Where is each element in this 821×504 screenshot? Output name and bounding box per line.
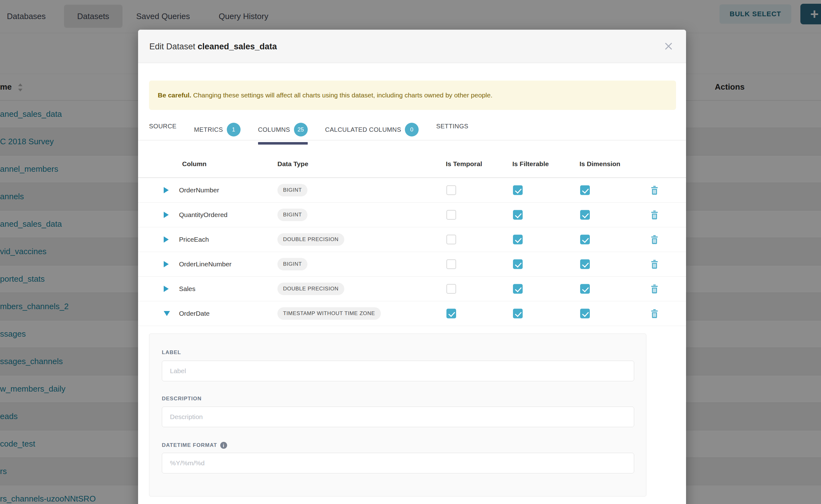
- expand-caret-icon[interactable]: [164, 212, 169, 218]
- is-temporal-checkbox[interactable]: [447, 284, 456, 294]
- is-temporal-checkbox[interactable]: [447, 259, 456, 269]
- is-dimension-checkbox[interactable]: [580, 210, 590, 220]
- is-filterable-checkbox[interactable]: [513, 259, 523, 269]
- tab-label: CALCULATED COLUMNS: [325, 126, 401, 133]
- column-name: QuantityOrdered: [179, 211, 227, 219]
- is-dimension-checkbox[interactable]: [580, 185, 590, 195]
- header-is-temporal: Is Temporal: [446, 160, 482, 168]
- warning-banner: Be careful. Changing these settings will…: [149, 81, 676, 110]
- tab-label: METRICS: [194, 126, 223, 133]
- column-row: OrderDate TIMESTAMP WITHOUT TIME ZONE: [138, 301, 686, 326]
- description-input[interactable]: [162, 407, 634, 427]
- column-name: PriceEach: [179, 236, 209, 243]
- data-type-pill: DOUBLE PRECISION: [277, 283, 344, 295]
- datetime-format-input[interactable]: [162, 453, 634, 473]
- tab-metrics[interactable]: METRICS 1: [194, 118, 240, 144]
- data-type-pill: TIMESTAMP WITHOUT TIME ZONE: [277, 307, 381, 320]
- is-temporal-checkbox[interactable]: [447, 210, 456, 220]
- delete-icon[interactable]: [650, 210, 659, 220]
- label-input[interactable]: [162, 361, 634, 381]
- tab-columns[interactable]: COLUMNS 25: [258, 118, 308, 144]
- app-window: Databases Datasets Saved Queries Query H…: [0, 0, 821, 504]
- expand-caret-icon[interactable]: [164, 261, 169, 267]
- column-name: OrderLineNumber: [179, 260, 231, 268]
- field-label-text: DATETIME FORMAT: [162, 442, 217, 448]
- delete-icon[interactable]: [650, 309, 659, 318]
- info-icon[interactable]: i: [220, 442, 227, 449]
- tab-label: SETTINGS: [436, 123, 468, 130]
- modal-title-dataset-name: cleaned_sales_data: [198, 42, 277, 51]
- is-dimension-checkbox[interactable]: [580, 284, 590, 294]
- delete-icon[interactable]: [650, 284, 659, 294]
- warning-text: Changing these settings will affect all …: [191, 91, 492, 99]
- header-column: Column: [182, 160, 206, 168]
- field-label-text: LABEL: [162, 349, 181, 356]
- column-row: OrderLineNumber BIGINT: [138, 252, 686, 277]
- is-filterable-checkbox[interactable]: [513, 309, 523, 319]
- columns-table-header: Column Data Type Is Temporal Is Filterab…: [138, 151, 686, 178]
- is-filterable-checkbox[interactable]: [513, 235, 523, 245]
- is-filterable-checkbox[interactable]: [513, 185, 523, 195]
- tab-calculated-columns[interactable]: CALCULATED COLUMNS 0: [325, 118, 419, 144]
- tab-settings[interactable]: SETTINGS: [436, 118, 468, 137]
- is-temporal-checkbox[interactable]: [447, 185, 456, 195]
- tab-source[interactable]: SOURCE: [149, 118, 176, 137]
- modal-header: Edit Dataset cleaned_sales_data: [138, 30, 686, 63]
- expand-caret-icon[interactable]: [164, 187, 169, 193]
- column-row: Sales DOUBLE PRECISION: [138, 277, 686, 301]
- delete-icon[interactable]: [650, 259, 659, 269]
- warning-bold-text: Be careful.: [158, 91, 191, 99]
- is-filterable-checkbox[interactable]: [513, 210, 523, 220]
- column-row: PriceEach DOUBLE PRECISION: [138, 227, 686, 252]
- close-icon[interactable]: [662, 40, 675, 53]
- collapse-caret-icon[interactable]: [164, 311, 170, 316]
- datetime-format-field-label: DATETIME FORMAT i: [162, 442, 227, 449]
- column-name: Sales: [179, 285, 195, 293]
- expand-caret-icon[interactable]: [164, 286, 169, 292]
- is-dimension-checkbox[interactable]: [580, 309, 590, 319]
- edit-dataset-modal: Edit Dataset cleaned_sales_data Be caref…: [138, 30, 686, 504]
- is-temporal-checkbox[interactable]: [447, 309, 456, 319]
- data-type-pill: BIGINT: [277, 209, 307, 221]
- column-name: OrderNumber: [179, 186, 219, 194]
- tab-label: COLUMNS: [258, 126, 290, 133]
- data-type-pill: BIGINT: [277, 184, 307, 196]
- delete-icon[interactable]: [650, 235, 659, 244]
- modal-tabs: SOURCE METRICS 1 COLUMNS 25 CALCULATED C…: [138, 118, 686, 141]
- data-type-pill: BIGINT: [277, 258, 307, 270]
- column-name: OrderDate: [179, 310, 210, 317]
- is-temporal-checkbox[interactable]: [447, 235, 456, 245]
- expand-caret-icon[interactable]: [164, 236, 169, 243]
- is-dimension-checkbox[interactable]: [580, 259, 590, 269]
- label-field-label: LABEL: [162, 349, 181, 356]
- column-row: OrderNumber BIGINT: [138, 178, 686, 203]
- count-badge: 25: [294, 123, 308, 136]
- data-type-pill: DOUBLE PRECISION: [277, 233, 344, 246]
- tab-label: SOURCE: [149, 123, 176, 130]
- header-data-type: Data Type: [277, 160, 308, 168]
- delete-icon[interactable]: [650, 185, 659, 195]
- header-is-dimension: Is Dimension: [580, 160, 621, 168]
- is-dimension-checkbox[interactable]: [580, 235, 590, 245]
- header-is-filterable: Is Filterable: [512, 160, 549, 168]
- column-row: QuantityOrdered BIGINT: [138, 203, 686, 227]
- is-filterable-checkbox[interactable]: [513, 284, 523, 294]
- field-label-text: DESCRIPTION: [162, 396, 201, 402]
- description-field-label: DESCRIPTION: [162, 396, 201, 402]
- count-badge: 1: [227, 123, 240, 136]
- modal-title: Edit Dataset cleaned_sales_data: [149, 41, 277, 52]
- modal-title-prefix: Edit Dataset: [149, 42, 195, 51]
- column-detail-panel: LABEL DESCRIPTION DATETIME FORMAT i: [149, 334, 646, 497]
- count-badge: 0: [405, 123, 419, 136]
